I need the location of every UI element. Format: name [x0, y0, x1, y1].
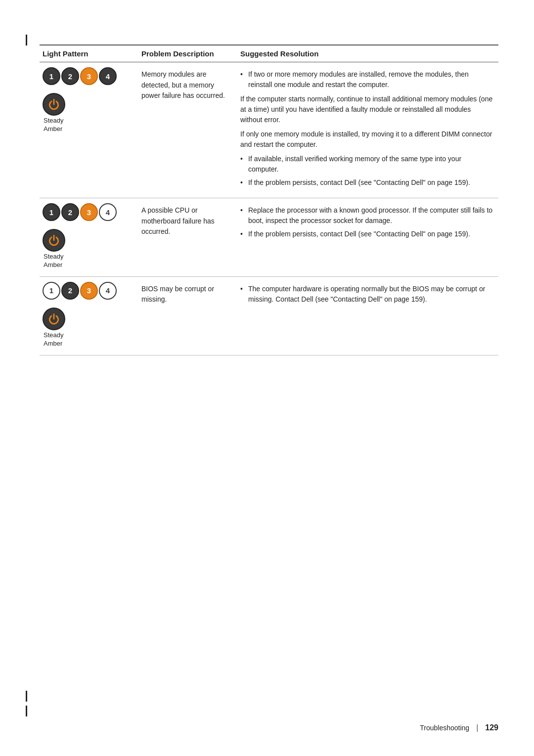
problem-description-cell-1: Memory modules are detected, but a memor…: [138, 62, 237, 198]
power-button-container-3: Steady Amber: [43, 308, 134, 348]
problem-description-cell-2: A possible CPU or motherboard failure ha…: [138, 198, 237, 277]
steady-amber-label-1: Steady Amber: [44, 117, 63, 133]
resolution-cell-1: If two or more memory modules are instal…: [237, 62, 498, 198]
col-header-light-pattern: Light Pattern: [40, 45, 138, 62]
led-indicator-3: 3: [80, 67, 98, 85]
resolution-bullet-1-row-2: Replace the processor with a known good …: [240, 205, 493, 226]
footer-section-label: Troubleshooting: [420, 724, 469, 732]
table-row: 1234 Steady AmberBIOS may be corrupt or …: [40, 276, 498, 355]
resolution-list2-2: If the problem persists, contact Dell (s…: [240, 229, 493, 239]
margin-bar-top: [26, 35, 27, 45]
resolution-bullet-3-row-1: If the problem persists, contact Dell (s…: [240, 178, 493, 188]
resolution-cell-3: The computer hardware is operating norma…: [237, 276, 498, 355]
page-content: Light Pattern Problem Description Sugges…: [0, 0, 534, 395]
led-indicator-2: 2: [61, 203, 79, 221]
resolution-list-2: Replace the processor with a known good …: [240, 205, 493, 226]
table-row: 1234 Steady AmberA possible CPU or mothe…: [40, 198, 498, 277]
col-header-problem-description: Problem Description: [138, 45, 237, 62]
light-pattern-cell-3: 1234 Steady Amber: [40, 276, 138, 355]
light-pattern-cell-2: 1234 Steady Amber: [40, 198, 138, 277]
table-row: 1234 Steady AmberMemory modules are dete…: [40, 62, 498, 198]
power-button-container-2: Steady Amber: [43, 229, 134, 269]
resolution-bullet-2-row-2: If the problem persists, contact Dell (s…: [240, 229, 493, 239]
steady-amber-label-2: Steady Amber: [44, 253, 63, 269]
footer-separator: |: [476, 723, 478, 732]
margin-bar-bottom-2: [26, 706, 27, 716]
led-indicator-4: 4: [99, 67, 117, 85]
led-indicator-1: 1: [43, 203, 60, 221]
led-row-1: 1234: [43, 67, 134, 85]
resolution-cell-2: Replace the processor with a known good …: [237, 198, 498, 277]
problem-description-text-1: Memory modules are detected, but a memor…: [141, 69, 232, 101]
light-pattern-cell-1: 1234 Steady Amber: [40, 62, 138, 198]
margin-bar-bottom-1: [26, 691, 27, 702]
resolution-bullet-2-row-1: If available, install verified working m…: [240, 154, 493, 175]
col-header-suggested-resolution: Suggested Resolution: [237, 45, 498, 62]
led-row-3: 1234: [43, 282, 134, 300]
led-indicator-3: 3: [80, 203, 98, 221]
led-row-2: 1234: [43, 203, 134, 221]
page-footer: Troubleshooting | 129: [420, 723, 498, 732]
resolution-paragraph-1-row-1: If the computer starts normally, continu…: [240, 94, 493, 125]
resolution-list-3: The computer hardware is operating norma…: [240, 284, 493, 305]
led-indicator-2: 2: [61, 282, 79, 300]
resolution-list2-1: If available, install verified working m…: [240, 154, 493, 188]
led-indicator-4: 4: [99, 282, 117, 300]
problem-description-cell-3: BIOS may be corrupt or missing.: [138, 276, 237, 355]
led-indicator-2: 2: [61, 67, 79, 85]
page-number: 129: [485, 723, 498, 732]
problem-description-text-3: BIOS may be corrupt or missing.: [141, 284, 232, 305]
led-indicator-3: 3: [80, 282, 98, 300]
led-indicator-1: 1: [43, 282, 60, 300]
power-button-container-1: Steady Amber: [43, 93, 134, 133]
led-indicator-4: 4: [99, 203, 117, 221]
resolution-list-1: If two or more memory modules are instal…: [240, 69, 493, 90]
resolution-paragraph-2-row-1: If only one memory module is installed, …: [240, 129, 493, 150]
power-button-icon-3: [43, 308, 65, 330]
problem-description-text-2: A possible CPU or motherboard failure ha…: [141, 205, 232, 237]
resolution-bullet-1-row-1: If two or more memory modules are instal…: [240, 69, 493, 90]
steady-amber-label-3: Steady Amber: [44, 331, 63, 348]
main-table: Light Pattern Problem Description Sugges…: [40, 44, 498, 356]
resolution-bullet-1-row-3: The computer hardware is operating norma…: [240, 284, 493, 305]
led-indicator-1: 1: [43, 67, 60, 85]
power-button-icon-1: [43, 93, 65, 116]
power-button-icon-2: [43, 229, 65, 252]
